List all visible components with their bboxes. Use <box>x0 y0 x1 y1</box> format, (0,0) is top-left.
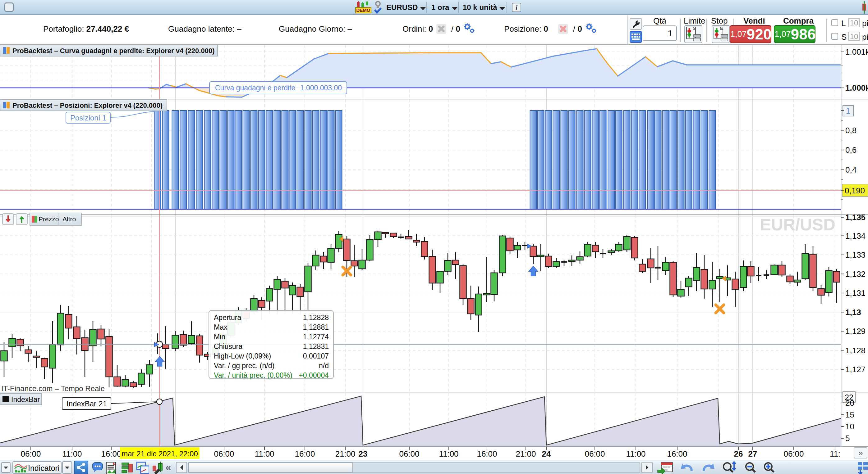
svg-text:1: 1 <box>846 106 850 115</box>
svg-text:1,132: 1,132 <box>845 269 866 279</box>
svg-text:1,129: 1,129 <box>845 327 866 336</box>
svg-text:0,4: 0,4 <box>845 165 857 174</box>
svg-text:1,131: 1,131 <box>845 289 866 298</box>
svg-text:Curva guadagni e perdite: Curva guadagni e perdite <box>215 84 295 92</box>
svg-text:16:00: 16:00 <box>294 449 315 459</box>
svg-text:10: 10 <box>845 422 854 431</box>
svg-text:Var. / unità prec. (0,00%): Var. / unità prec. (0,00%) <box>214 371 292 379</box>
svg-text:06:00: 06:00 <box>585 449 605 459</box>
svg-text:Altro: Altro <box>62 215 76 223</box>
svg-text:16:00: 16:00 <box>101 449 121 459</box>
svg-text:»: » <box>858 448 863 458</box>
svg-text:Min: Min <box>214 333 225 341</box>
svg-text:Chiusura: Chiusura <box>214 342 242 350</box>
svg-text:1,12774: 1,12774 <box>303 333 329 341</box>
svg-text:Apertura: Apertura <box>214 313 241 321</box>
svg-text:1: 1 <box>102 113 106 122</box>
svg-text:1,133: 1,133 <box>845 250 866 260</box>
svg-text:IT-Finance.com – Tempo Reale: IT-Finance.com – Tempo Reale <box>1 384 105 393</box>
svg-text:1,12828: 1,12828 <box>303 313 329 321</box>
svg-text:1,13: 1,13 <box>845 308 861 317</box>
svg-text:0,190: 0,190 <box>845 186 865 195</box>
svg-text:0,6: 0,6 <box>845 145 857 155</box>
svg-text:0,00107: 0,00107 <box>303 352 329 360</box>
svg-text:EUR/USD: EUR/USD <box>760 215 835 234</box>
svg-text:16:00: 16:00 <box>477 449 497 459</box>
svg-text:11:00: 11:00 <box>254 449 274 459</box>
svg-text:1,134: 1,134 <box>845 231 866 241</box>
svg-text:1,135: 1,135 <box>845 213 866 222</box>
svg-text:n/d: n/d <box>319 362 329 370</box>
svg-text:mar 21 dic 2021, 22:00: mar 21 dic 2021, 22:00 <box>122 449 198 458</box>
svg-text:26: 26 <box>734 449 743 459</box>
svg-text:Prezzo: Prezzo <box>38 215 59 223</box>
svg-text:ProBacktest – Posizioni: Explo: ProBacktest – Posizioni: Explorer v4 (22… <box>12 102 162 109</box>
svg-text:21: 21 <box>98 400 107 408</box>
svg-text:0,8: 0,8 <box>845 126 857 135</box>
svg-text:11:: 11: <box>830 449 840 459</box>
svg-text:1.000.003,00: 1.000.003,00 <box>300 84 342 92</box>
svg-text:06:00: 06:00 <box>214 449 234 459</box>
svg-text:Var. / gg prec. (n/d): Var. / gg prec. (n/d) <box>214 362 274 370</box>
svg-text:11:00: 11:00 <box>439 449 458 459</box>
svg-text:Posizioni: Posizioni <box>70 113 100 122</box>
svg-text:20: 20 <box>845 398 854 408</box>
svg-text:Max: Max <box>214 323 227 331</box>
svg-text:11:00: 11:00 <box>62 449 82 459</box>
svg-text:06:00: 06:00 <box>783 449 804 459</box>
svg-text:1,12881: 1,12881 <box>303 323 329 331</box>
svg-text:+0,00004: +0,00004 <box>299 371 329 379</box>
svg-text:15: 15 <box>845 410 854 419</box>
svg-text:1.001k: 1.001k <box>845 47 868 57</box>
svg-text:DEMO: DEMO <box>356 7 370 13</box>
svg-text:16:00: 16:00 <box>667 449 687 459</box>
svg-text:11:00: 11:00 <box>626 449 646 459</box>
svg-text:06:00: 06:00 <box>399 449 419 459</box>
svg-text:IndexBar: IndexBar <box>66 400 96 408</box>
svg-text:24: 24 <box>542 449 551 459</box>
svg-text:High-Low (0,09%): High-Low (0,09%) <box>214 352 271 360</box>
svg-text:1.000k: 1.000k <box>845 83 868 93</box>
svg-text:21:00: 21:00 <box>516 449 536 459</box>
svg-text:1,127: 1,127 <box>845 365 866 374</box>
svg-text:5: 5 <box>845 434 850 443</box>
svg-text:1,128: 1,128 <box>845 346 866 355</box>
svg-text:21:00: 21:00 <box>335 449 355 459</box>
svg-text:06:00: 06:00 <box>21 449 41 459</box>
svg-text:27: 27 <box>748 449 757 459</box>
svg-text:1,12831: 1,12831 <box>303 342 329 350</box>
svg-text:IndexBar: IndexBar <box>11 396 40 404</box>
svg-text:ProBacktest – Curva guadagni e: ProBacktest – Curva guadagni e perdite: … <box>12 47 214 55</box>
svg-text:23: 23 <box>359 449 368 459</box>
